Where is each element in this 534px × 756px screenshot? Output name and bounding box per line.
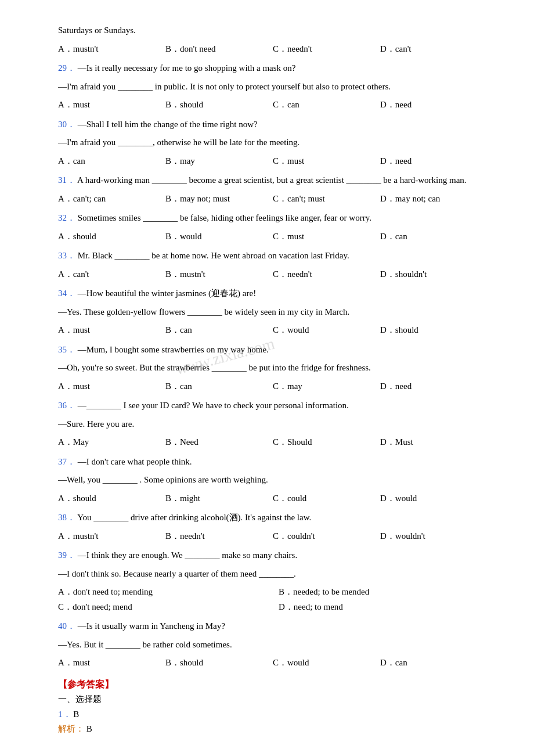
q32-options: A．should B．would C．must D．can — [58, 229, 488, 244]
q29-opt-c: C．can — [273, 98, 380, 113]
question-34: 34． —How beautiful the winter jasmines (… — [58, 286, 488, 301]
q29-opt-d: D．need — [380, 98, 488, 113]
q40-options: A．must B．should C．would D．can — [58, 656, 488, 671]
question-31: 31． A hard-working man ________ become a… — [58, 173, 488, 188]
q38-opt-b: B．needn't — [165, 529, 273, 544]
q34-line1: —How beautiful the winter jasmines (迎春花)… — [78, 289, 256, 298]
question-33: 33． Mr. Black ________ be at home now. H… — [58, 249, 488, 264]
q29-opt-b: B．should — [165, 98, 273, 113]
intro-line: Saturdays or Sundays. — [58, 23, 488, 38]
q40-line2: —Yes. But it ________ be rather cold som… — [58, 640, 232, 649]
q38-options: A．mustn't B．needn't C．couldn't D．wouldn'… — [58, 529, 488, 544]
q36-opt-c: C．Should — [273, 435, 380, 450]
q40-opt-d: D．can — [380, 656, 488, 671]
q37-opt-a: A．should — [58, 491, 165, 506]
q31-opt-d: D．may not; can — [380, 192, 488, 207]
q35-options: A．must B．can C．may D．need — [58, 379, 488, 394]
q31-line1: A hard-working man ________ become a gre… — [77, 175, 467, 185]
q34-opt-d: D．should — [380, 323, 488, 338]
q37-line1: —I don't care what people think. — [78, 457, 192, 466]
q29-line1: —Is it really necessary for me to go sho… — [78, 63, 296, 73]
q36-line2-block: —Sure. Here you are. — [58, 417, 488, 432]
q32-opt-a: A．should — [58, 229, 165, 244]
q30-opt-d: D．need — [380, 154, 488, 169]
q36-opt-b: B．Need — [165, 435, 273, 450]
q36-line1: —________ I see your ID card? We have to… — [78, 401, 349, 410]
q30-opt-a: A．can — [58, 154, 165, 169]
q34-opt-b: B．can — [165, 323, 273, 338]
q34-opt-a: A．must — [58, 323, 165, 338]
q33-line1: Mr. Black ________ be at home now. He we… — [78, 251, 349, 260]
q37-line2-block: —Well, you ________ . Some opinions are … — [58, 473, 488, 488]
q35-opt-b: B．can — [165, 379, 273, 394]
q40-number: 40． — [58, 621, 75, 631]
answer-section: 【参考答案】 一、选择题 1． B 解析： B — [58, 676, 488, 737]
q28-options: A．mustn't B．don't need C．needn't D．can't — [58, 42, 488, 57]
q36-number: 36． — [58, 401, 75, 410]
q39-opt-row2: C．don't need; mend D．need; to mend — [58, 600, 488, 615]
q29-opt-a: A．must — [58, 98, 165, 113]
q34-line2: —Yes. These golden-yellow flowers ______… — [58, 307, 349, 316]
q39-number: 39． — [58, 550, 75, 560]
q39-line2: —I don't think so. Because nearly a quar… — [58, 569, 296, 578]
q34-line2-block: —Yes. These golden-yellow flowers ______… — [58, 305, 488, 320]
q31-opt-b: B．may not; must — [165, 192, 273, 207]
q38-opt-a: A．mustn't — [58, 529, 165, 544]
q35-opt-d: D．need — [380, 379, 488, 394]
q39-opt-row1: A．don't need to; mending B．needed; to be… — [58, 585, 488, 600]
q28-opt-b: B．don't need — [165, 42, 273, 57]
q33-opt-c: C．needn't — [273, 267, 380, 282]
q37-line2: —Well, you ________ . Some opinions are … — [58, 475, 268, 484]
q30-number: 30． — [58, 120, 75, 129]
q30-line2-block: —I'm afraid you ________, otherwise he w… — [58, 135, 488, 150]
q38-opt-c: C．couldn't — [273, 529, 380, 544]
q32-line1: Sometimes smiles ________ be false, hidi… — [78, 213, 371, 222]
q40-opt-a: A．must — [58, 656, 165, 671]
q39-opt-a: A．don't need to; mending — [58, 585, 279, 600]
q28-opt-c: C．needn't — [273, 42, 380, 57]
q39-line2-block: —I don't think so. Because nearly a quar… — [58, 567, 488, 582]
q39-opt-c: C．don't need; mend — [58, 600, 279, 615]
q39-opt-d: D．need; to mend — [279, 600, 499, 615]
q36-line2: —Sure. Here you are. — [58, 419, 134, 429]
q30-opt-b: B．may — [165, 154, 273, 169]
q32-number: 32． — [58, 213, 75, 222]
explanation-row: 解析： B — [58, 722, 488, 737]
q36-opt-a: A．May — [58, 435, 165, 450]
q30-line1: —Shall I tell him the change of the time… — [78, 120, 258, 129]
q29-number: 29． — [58, 63, 75, 73]
q33-opt-a: A．can't — [58, 267, 165, 282]
q28-opt-d: D．can't — [380, 42, 488, 57]
question-40: 40． —Is it usually warm in Yancheng in M… — [58, 619, 488, 634]
q35-line2-block: —Oh, you're so sweet. But the strawberri… — [58, 361, 488, 376]
q32-opt-d: D．can — [380, 229, 488, 244]
question-32: 32． Sometimes smiles ________ be false, … — [58, 211, 488, 226]
q39-opt-b: B．needed; to be mended — [279, 585, 499, 600]
q29-line2-block: —I'm afraid you ________ in public. It i… — [58, 80, 488, 95]
q40-opt-c: C．would — [273, 656, 380, 671]
q31-opt-c: C．can't; must — [273, 192, 380, 207]
q33-options: A．can't B．mustn't C．needn't D．shouldn't — [58, 267, 488, 282]
q37-opt-b: B．might — [165, 491, 273, 506]
answer-title: 【参考答案】 — [58, 676, 488, 693]
question-37: 37． —I don't care what people think. — [58, 455, 488, 470]
question-39: 39． —I think they are enough. We _______… — [58, 548, 488, 563]
q31-opt-a: A．can't; can — [58, 192, 165, 207]
q37-opt-c: C．could — [273, 491, 380, 506]
question-35: 35． —Mum, I bought some strawberries on … — [58, 343, 488, 358]
q40-line2-block: —Yes. But it ________ be rather cold som… — [58, 638, 488, 653]
q30-options: A．can B．may C．must D．need — [58, 154, 488, 169]
question-36: 36． —________ I see your ID card? We hav… — [58, 398, 488, 413]
q37-opt-d: D．would — [380, 491, 488, 506]
q37-options: A．should B．might C．could D．would — [58, 491, 488, 506]
q31-options: A．can't; can B．may not; must C．can't; mu… — [58, 192, 488, 207]
q38-line1: You ________ drive after drinking alcoho… — [77, 513, 311, 522]
q37-number: 37． — [58, 457, 75, 466]
q39-options: A．don't need to; mending B．needed; to be… — [58, 585, 488, 614]
q36-opt-d: D．Must — [380, 435, 488, 450]
question-29: 29． —Is it really necessary for me to go… — [58, 61, 488, 76]
q39-line1: —I think they are enough. We ________ ma… — [78, 550, 297, 560]
q30-line2: —I'm afraid you ________, otherwise he w… — [58, 138, 300, 147]
q36-options: A．May B．Need C．Should D．Must — [58, 435, 488, 450]
question-30: 30． —Shall I tell him the change of the … — [58, 117, 488, 132]
